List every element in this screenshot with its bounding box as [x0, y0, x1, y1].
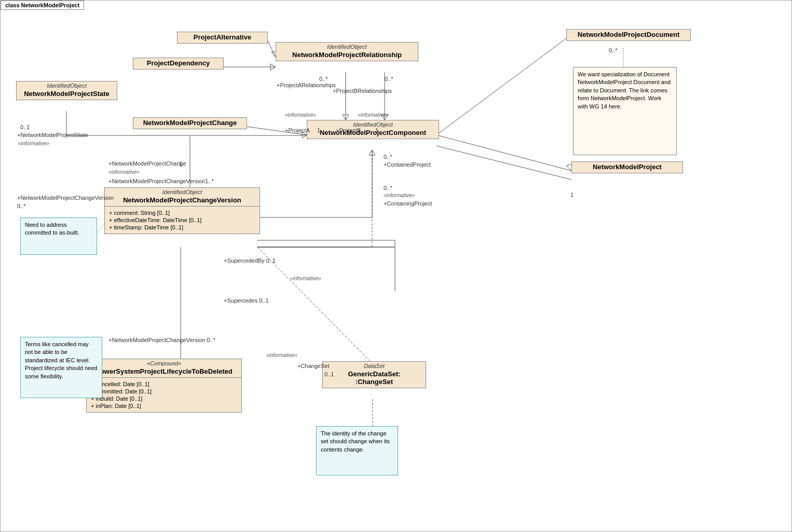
diagram-canvas: class NetworkModelProject — [0, 0, 792, 532]
label-supercedes: +Supercedes 0..1 — [224, 297, 269, 304]
classname-network-model-project-state: NetworkModelProjectState — [17, 89, 117, 100]
note-change-set-identity: The identity of the change set should ch… — [316, 426, 398, 475]
label-informative-bottom: «informative» — [266, 352, 297, 358]
label-nmpc-role: +NetworkModelProjectChange — [108, 160, 186, 167]
label-changeset-mult: 0..1 — [324, 371, 334, 377]
classname-network-model-project-document: NetworkModelProjectDocument — [567, 30, 690, 40]
stereotype-identifiedobject-comp: IdentifiedObject — [307, 120, 439, 128]
class-generic-dataset-changeset: DataSet GenericDataSet::ChangeSet — [322, 361, 426, 388]
svg-line-2 — [268, 41, 276, 57]
class-network-model-project-state: IdentifiedObject NetworkModelProjectStat… — [16, 81, 117, 100]
label-containing-role: +ContainingProject — [384, 200, 432, 207]
label-projecta-mult2: 1 — [317, 127, 320, 133]
svg-line-24 — [436, 38, 566, 135]
label-nmpcv-outer-mult: 0..* — [17, 203, 26, 209]
note-as-built-text: Need to address committed to as-built. — [25, 222, 79, 236]
stereotype-identifiedobject-rel: IdentifiedObject — [276, 43, 418, 50]
label-nmpc-mult: 1 — [179, 160, 182, 167]
attr-committed: + committed: Date [0..1] — [91, 388, 237, 394]
label-projecta-mult1: 0..* — [319, 76, 328, 82]
svg-marker-7 — [343, 115, 349, 120]
attr-inbuild: + inBuild: Date [0..1] — [91, 395, 237, 402]
stereotype-identifiedobject: IdentifiedObject — [17, 81, 117, 89]
label-containing-mult: 0..* — [384, 185, 392, 191]
label-supercededby: +SupercededBy 0..1 — [224, 257, 276, 264]
classname-network-model-project-change: NetworkModelProjectChange — [133, 118, 247, 129]
note-document: We want specialization of Document Netwo… — [573, 67, 677, 155]
classname-project-alternative: ProjectAlternative — [177, 32, 267, 43]
label-nmps-role: +NetworkModelProjectState — [17, 132, 88, 138]
label-contained-mult: 0..* — [384, 154, 392, 160]
label-projectb-role: +ProjectB — [336, 127, 361, 133]
label-nmpcv-bottom-role: +NetworkModelProjectChangeVersion 0..* — [108, 337, 215, 343]
label-informative-superceded: «informative» — [290, 276, 321, 281]
label-informative-nmps: «informative» — [18, 141, 49, 146]
label-informative-proja: «informative» — [285, 112, 316, 118]
attrs-change-version: + comment: String [0..1] + effectiveDate… — [105, 206, 260, 234]
class-network-model-project-change-version: IdentifiedObject NetworkModelProjectChan… — [104, 187, 260, 234]
attr-comment: + comment: String [0..1] — [109, 210, 255, 216]
label-doc-mult: 0..* — [609, 47, 618, 53]
label-changeset-role: +ChangeSet — [297, 363, 329, 369]
label-projecta-relationships: +ProjectARelationships — [277, 82, 336, 88]
stereotype-dataset: DataSet — [323, 362, 426, 369]
label-informative-nmpc: «informative» — [108, 169, 140, 175]
stereotype-identifiedobject-ver: IdentifiedObject — [105, 188, 260, 195]
svg-line-23 — [436, 146, 571, 180]
svg-marker-5 — [270, 64, 276, 70]
label-projectb-relationships: +ProjectBRelationships — [333, 88, 392, 94]
classname-generic-dataset: GenericDataSet::ChangeSet — [323, 369, 426, 388]
note-terms-cancelled-text: Terms like cancelled may not be able to … — [25, 341, 97, 379]
label-nmpcv-role: +NetworkModelProjectChangeVersion1..* — [108, 178, 214, 184]
class-network-model-project: NetworkModelProject — [571, 161, 683, 173]
note-document-text: We want specialization of Document Netwo… — [578, 71, 671, 110]
label-nmpcv-outer-role: +NetworkModelProjectChangeVersion — [17, 195, 114, 201]
classname-power-system-project-lifecycle: PowerSystemProjectLifecycleToBeDeleted — [87, 366, 241, 377]
class-network-model-project-relationship: IdentifiedObject NetworkModelProjectRela… — [276, 42, 418, 61]
class-network-model-project-component: IdentifiedObject NetworkModelProjectComp… — [307, 120, 439, 139]
svg-marker-15 — [369, 150, 375, 155]
attr-inplan: + inPlan: Date [0..1] — [91, 403, 237, 409]
label-projecta-role: +ProjectA — [285, 127, 310, 133]
class-power-system-project-lifecycle: «Compound» PowerSystemProjectLifecycleTo… — [86, 359, 242, 413]
label-contained-role: +ContainedProject — [384, 161, 431, 168]
classname-project-dependency: ProjectDependency — [133, 58, 223, 69]
svg-line-21 — [436, 135, 571, 171]
class-network-model-project-change: NetworkModelProjectChange — [133, 117, 247, 129]
attrs-lifecycle: + cancelled: Date [0..1] + committed: Da… — [87, 377, 241, 412]
note-as-built: Need to address committed to as-built. — [20, 217, 97, 255]
classname-network-model-project-component: NetworkModelProjectComponent — [307, 128, 439, 139]
attr-effective-datetime: + effectiveDateTime: DateTime [0..1] — [109, 217, 255, 223]
label-nmp-mult: 1 — [570, 192, 573, 198]
classname-network-model-project-change-version: NetworkModelProjectChangeVersion — [105, 195, 260, 206]
frame-label: class NetworkModelProject — [1, 1, 84, 10]
class-network-model-project-document: NetworkModelProjectDocument — [566, 29, 691, 41]
class-project-alternative: ProjectAlternative — [177, 32, 268, 44]
label-informative-containing: «informative» — [384, 193, 415, 198]
class-project-dependency: ProjectDependency — [133, 58, 224, 70]
classname-network-model-project-relationship: NetworkModelProjectRelationship — [276, 50, 418, 61]
label-projectb-mult1: 0..* — [385, 76, 393, 82]
label-nmps-multiplicity: 0..1 — [20, 124, 30, 130]
label-projectb-mult2: 1 — [375, 127, 378, 133]
stereotype-compound: «Compound» — [87, 359, 241, 366]
attr-cancelled: + cancelled: Date [0..1] — [91, 381, 237, 387]
attr-timestamp: + timeStamp: DateTime [0..1] — [109, 224, 255, 230]
note-change-set-identity-text: The identity of the change set should ch… — [321, 430, 390, 453]
svg-line-26 — [257, 247, 373, 364]
label-informative-projb: «informative» — [358, 112, 389, 118]
note-terms-cancelled: Terms like cancelled may not be able to … — [20, 337, 102, 398]
classname-network-model-project: NetworkModelProject — [572, 162, 682, 173]
